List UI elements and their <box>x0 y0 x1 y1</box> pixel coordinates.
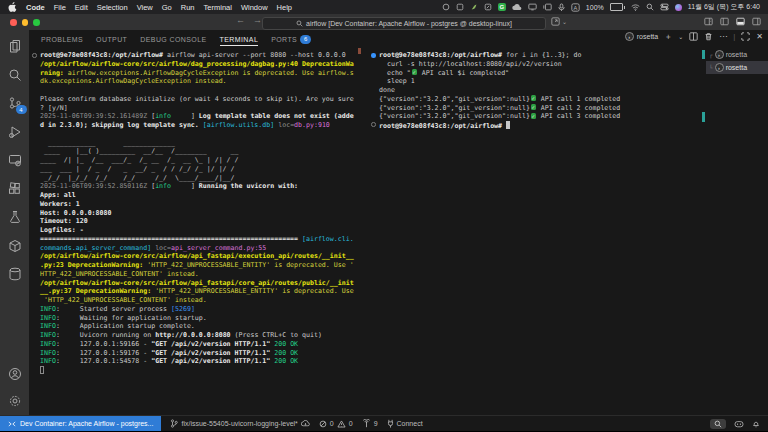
explorer-icon[interactable] <box>7 38 23 54</box>
menu-item-code[interactable]: Code <box>26 3 45 12</box>
wifi-icon[interactable] <box>631 4 640 11</box>
customize-layout-icon[interactable] <box>704 17 713 26</box>
cloud-icon[interactable] <box>512 4 522 11</box>
new-terminal-dropdown-icon[interactable]: ⌄ <box>678 33 683 40</box>
stage-manager-icon[interactable] <box>543 3 552 11</box>
terminal-profile-icon: ◗ <box>625 32 634 41</box>
problems-status[interactable]: 0 0 <box>319 420 353 428</box>
close-panel-icon[interactable]: ✕ <box>756 32 763 41</box>
search-sidebar-icon[interactable] <box>7 67 23 83</box>
menu-item-edit[interactable]: Edit <box>75 3 88 12</box>
app-status-icon-1[interactable] <box>442 3 450 11</box>
warnings-icon <box>337 420 346 428</box>
open-layout-icon[interactable]: ⌄ <box>551 17 567 26</box>
history-nav: ← → <box>236 15 262 25</box>
forward-icon[interactable]: → <box>253 15 262 25</box>
tab-terminal[interactable]: TERMINAL <box>220 30 259 48</box>
terminal-area: root@9e78e08f43c8:/opt/airflow# airflow … <box>29 48 768 415</box>
actions-separator: | <box>733 32 735 41</box>
git-branch-status[interactable]: fix/issue-55405-uvicorn-logging-level* <box>170 419 309 428</box>
remote-icon <box>8 420 16 428</box>
panel-actions: ◗ rosetta ＋ ⌄ ⋯ | ✕ <box>625 31 763 42</box>
app-status-icon-2[interactable] <box>456 3 464 11</box>
menu-status-area: G A 100% 11월 6일 (목) 오후 6:40 <box>442 2 760 12</box>
accounts-icon[interactable] <box>7 366 23 382</box>
terminal-profile-button[interactable]: ◗ rosetta <box>625 32 658 41</box>
menu-item-file[interactable]: File <box>54 3 66 12</box>
macos-menu-bar: Code File Edit Selection View Go Run Ter… <box>0 0 768 14</box>
magnifier-icon <box>714 420 722 428</box>
menu-clock[interactable]: 11월 6일 (목) 오후 6:40 <box>688 2 760 12</box>
run-debug-icon[interactable] <box>7 124 23 140</box>
source-control-icon[interactable]: 4 <box>7 95 23 111</box>
kill-terminal-icon[interactable] <box>704 32 713 41</box>
settings-gear-icon[interactable] <box>7 393 23 409</box>
terminal-tab-rosetta-2[interactable]: └ ◗ rosetta <box>706 61 768 74</box>
window-controls <box>10 19 40 26</box>
tab-ports[interactable]: PORTS6 <box>271 30 311 48</box>
back-icon[interactable]: ← <box>236 15 245 25</box>
forwarded-ports-status[interactable]: 9 <box>362 419 378 428</box>
zoom-window-button[interactable] <box>33 19 40 26</box>
terminal-pane-right[interactable]: root@9e78e08f43c8:/opt/airflow# for i in… <box>368 48 706 415</box>
command-decoration-icon[interactable] <box>371 122 376 127</box>
container-tools-icon[interactable] <box>7 238 23 254</box>
battery-icon[interactable] <box>610 3 625 11</box>
notifications-bell-icon[interactable] <box>752 419 760 428</box>
battery-percent: 100% <box>586 4 604 11</box>
terminal-tab-rosetta-1[interactable]: ┌ ◗ rosetta <box>706 48 768 61</box>
tab-debug-console[interactable]: DEBUG CONSOLE <box>140 30 206 48</box>
database-icon[interactable] <box>7 266 23 282</box>
green-g-icon[interactable]: G <box>498 3 506 11</box>
siri-icon[interactable] <box>675 4 682 11</box>
control-center-icon[interactable] <box>660 3 669 11</box>
menu-item-terminal[interactable]: Terminal <box>204 3 232 12</box>
scrollbar-mark <box>358 48 361 54</box>
command-decoration-icon[interactable] <box>371 53 376 58</box>
command-center[interactable]: airflow [Dev Container: Apache Airflow -… <box>262 17 546 30</box>
extensions-icon[interactable] <box>7 181 23 197</box>
tab-problems[interactable]: PROBLEMS <box>41 30 83 48</box>
source-control-badge: 4 <box>16 105 27 114</box>
publish-changes-icon <box>301 420 310 427</box>
command-decoration-icon[interactable] <box>32 53 37 58</box>
menu-item-selection[interactable]: Selection <box>97 3 128 12</box>
app-status-icon-3[interactable] <box>470 3 478 11</box>
scrollbar-mark <box>702 112 705 122</box>
status-bar-right <box>710 419 768 429</box>
maximize-panel-icon[interactable] <box>741 32 750 41</box>
remote-explorer-icon[interactable] <box>7 152 23 168</box>
input-source-icon[interactable]: A <box>571 3 580 12</box>
ports-badge: 6 <box>300 35 311 44</box>
tab-output[interactable]: OUTPUT <box>96 30 127 48</box>
menu-item-run[interactable]: Run <box>181 3 195 12</box>
minimize-window-button[interactable] <box>22 19 29 26</box>
terminal-icon: ◗ <box>715 50 724 59</box>
close-window-button[interactable] <box>10 19 17 26</box>
copilot-icon[interactable] <box>734 420 744 428</box>
connect-status[interactable]: Connect <box>387 419 423 428</box>
terminal-pane-left[interactable]: root@9e78e08f43c8:/opt/airflow# airflow … <box>29 48 362 415</box>
menu-item-view[interactable]: View <box>137 3 153 12</box>
terminal-output-right: root@9e78e08f43c8:/opt/airflow# for i in… <box>379 51 620 130</box>
toggle-panel-icon[interactable] <box>736 17 745 26</box>
menu-item-help[interactable]: Help <box>277 3 292 12</box>
toggle-primary-sidebar-icon[interactable] <box>720 17 729 26</box>
more-actions-icon[interactable]: ⋯ <box>719 32 727 41</box>
terminal-tabs-list: ┌ ◗ rosetta └ ◗ rosetta <box>706 48 768 415</box>
toggle-secondary-sidebar-icon[interactable] <box>752 17 761 26</box>
apple-menu-icon[interactable] <box>8 2 17 12</box>
remote-indicator[interactable]: Dev Container: Apache Airflow - postgres… <box>0 416 161 431</box>
screencast-zoom-indicator[interactable] <box>710 419 726 429</box>
app-status-icon-4[interactable] <box>484 3 492 11</box>
split-terminal-icon[interactable] <box>689 32 698 41</box>
testing-icon[interactable] <box>7 209 23 225</box>
new-terminal-icon[interactable]: ＋ <box>664 31 672 42</box>
menu-item-go[interactable]: Go <box>162 3 172 12</box>
menu-item-window[interactable]: Window <box>241 3 268 12</box>
display-icon[interactable] <box>528 3 537 11</box>
scrollbar-mark <box>702 50 705 59</box>
spotlight-icon[interactable] <box>646 3 654 11</box>
mic-mute-icon[interactable] <box>558 3 565 11</box>
svg-text:A: A <box>573 4 577 10</box>
